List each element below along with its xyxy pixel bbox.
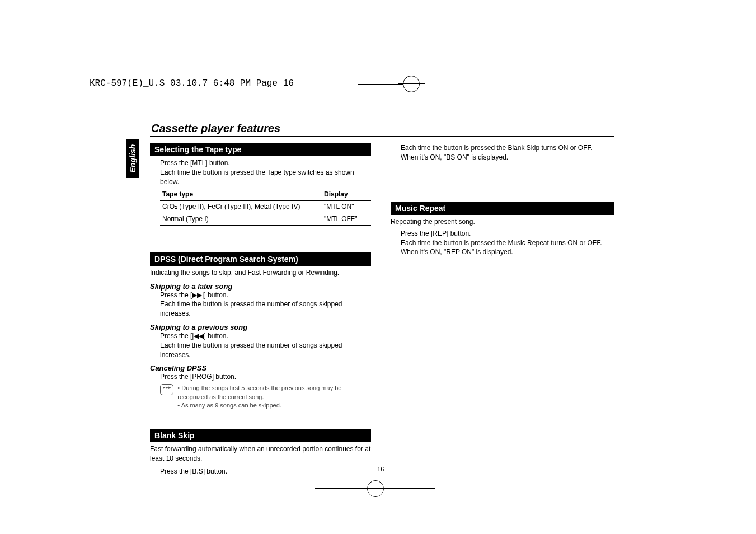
later-press: Press the [▶▶|] button. [160, 291, 371, 300]
crop-rule-bottom-right [385, 488, 435, 489]
tape-type-table: Tape typeDisplay CrO₂ (Type II), FeCr (T… [160, 189, 371, 225]
th-display: Display [322, 189, 371, 200]
cancel-press: Press the [PROG] button. [160, 372, 371, 382]
row2-display: "MTL OFF" [322, 213, 371, 225]
later-desc: Each time the button is pressed the numb… [160, 299, 371, 318]
crop-rule-top [358, 84, 403, 85]
dpss-lead: Indicating the songs to skip, and Fast F… [150, 268, 371, 278]
registration-mark-bottom [367, 480, 384, 497]
blank-lead: Fast forwarding automatically when an un… [150, 444, 371, 463]
crop-rule-bottom-left [315, 488, 365, 489]
note1: During the songs first 5 seconds the pre… [177, 385, 341, 400]
prev-head: Skipping to a previous song [150, 323, 371, 331]
th-tape-type: Tape type [160, 189, 322, 200]
blank-on-desc: When it's ON, "BS ON" is displayed. [401, 153, 508, 161]
tape-desc: Each time the button is pressed the Tape… [160, 168, 371, 187]
section-music-repeat: Music Repeat [391, 202, 614, 215]
tape-press: Press the [MTL] button. [160, 158, 371, 168]
note-icon: ▸▸▸ [160, 384, 173, 395]
registration-mark-top [403, 76, 420, 92]
row1-type: CrO₂ (Type II), FeCr (Type III), Metal (… [160, 201, 322, 213]
section-blank-skip: Blank Skip [150, 429, 371, 442]
later-head: Skipping to a later song [150, 282, 371, 291]
prev-desc: Each time the button is pressed the numb… [160, 341, 371, 360]
blank-toggle-desc: Each time the button is pressed the Blan… [401, 144, 593, 152]
left-column: Selecting the Tape type Press the [MTL] … [150, 143, 371, 476]
language-tab: English [126, 139, 139, 178]
right-column: Each time the button is pressed the Blan… [391, 140, 614, 257]
music-desc2: When it's ON, "REP ON" is displayed. [401, 247, 611, 257]
cancel-head: Canceling DPSS [150, 364, 371, 372]
language-label: English [128, 144, 137, 173]
music-lead: Repeating the present song. [391, 217, 614, 227]
row2-type: Normal (Type I) [160, 213, 322, 225]
section-tape-type: Selecting the Tape type [150, 143, 371, 156]
prev-press: Press the [|◀◀] button. [160, 331, 371, 341]
title-underline [150, 136, 614, 137]
row1-display: "MTL ON" [322, 201, 371, 213]
music-desc1: Each time the button is pressed the Musi… [401, 238, 611, 248]
note2: As many as 9 songs can be skipped. [181, 402, 281, 409]
music-press: Press the [REP] button. [401, 229, 611, 238]
blank-press: Press the [B.S] button. [160, 467, 371, 476]
page-number: — 16 — [369, 466, 392, 472]
section-dpss: DPSS (Direct Program Search System) [150, 252, 371, 266]
print-header: KRC-597(E)_U.S 03.10.7 6:48 PM Page 16 [90, 78, 294, 88]
page-title: Cassette player features [151, 122, 280, 135]
